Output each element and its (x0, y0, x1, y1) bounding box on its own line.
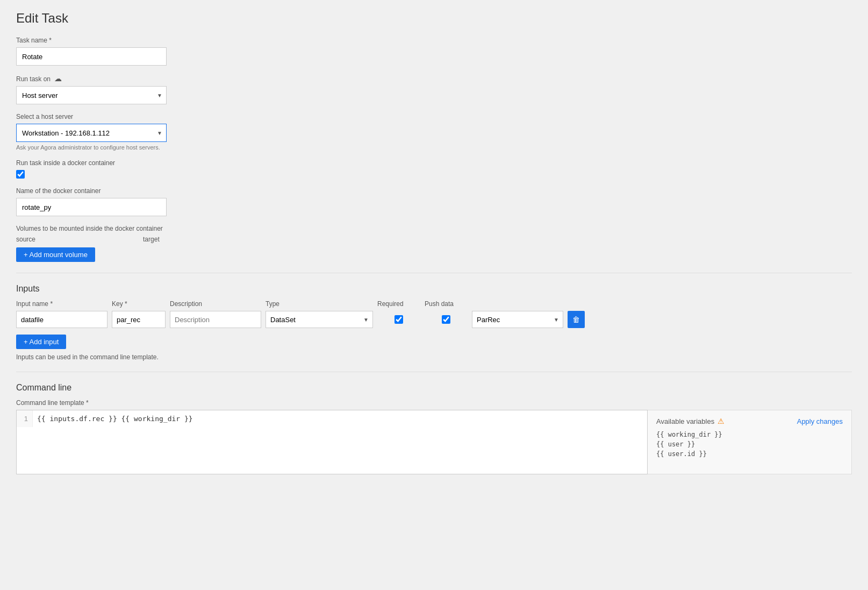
host-server-wrapper: Workstation - 192.168.1.112 ▼ (16, 124, 167, 142)
docker-checkbox-group: Run task inside a docker container (16, 159, 852, 179)
command-bottom-area: 1 {{ inputs.df.rec }} {{ working_dir }} … (16, 410, 852, 474)
header-required: Required (377, 300, 420, 308)
task-name-group: Task name * (16, 37, 852, 66)
inputs-info-text: Inputs can be used in the command line t… (16, 353, 852, 361)
page-container: Edit Task Task name * Run task on ☁ Host… (0, 0, 868, 485)
host-server-select[interactable]: Workstation - 192.168.1.112 (16, 124, 167, 142)
table-row: DataSet File String ▼ ParRec NIfTI ▼ 🗑 (16, 311, 852, 328)
run-task-on-wrapper: Host server Cloud ▼ (16, 86, 167, 104)
host-server-helper: Ask your Agora administrator to configur… (16, 144, 852, 151)
command-line-text-1: {{ inputs.df.rec }} {{ working_dir }} (33, 410, 647, 427)
volumes-section: Volumes to be mounted inside the docker … (16, 225, 852, 262)
delete-input-button[interactable]: 🗑 (568, 311, 585, 328)
input-push-data-cell (425, 315, 468, 324)
input-push-value-wrapper: ParRec NIfTI ▼ (472, 311, 563, 328)
input-required-cell (377, 315, 420, 324)
variables-title: Available variables ⚠ (656, 417, 724, 425)
volumes-source-label: source (16, 236, 35, 243)
docker-checkbox[interactable] (16, 170, 25, 179)
input-push-value-select[interactable]: ParRec NIfTI (472, 311, 563, 328)
host-server-label: Select a host server (16, 113, 852, 120)
header-push-data: Push data (425, 300, 468, 308)
add-input-button[interactable]: + Add input (16, 335, 66, 349)
docker-checkbox-wrapper (16, 170, 852, 179)
header-key: Key * (112, 300, 166, 308)
command-line-title: Command line (16, 383, 852, 393)
cloud-icon: ☁ (54, 74, 62, 83)
divider-1 (16, 273, 852, 273)
header-description: Description (170, 300, 261, 308)
variables-label: Available variables (656, 417, 714, 425)
header-input-name: Input name * (16, 300, 107, 308)
page-title: Edit Task (16, 11, 852, 26)
docker-checkbox-label: Run task inside a docker container (16, 159, 852, 167)
header-type: Type (266, 300, 373, 308)
input-type-select[interactable]: DataSet File String (266, 311, 373, 328)
volumes-label: Volumes to be mounted inside the docker … (16, 225, 852, 232)
run-task-on-group: Run task on ☁ Host server Cloud ▼ (16, 74, 852, 104)
command-line-section: Command line Command line template * 1 {… (16, 383, 852, 474)
variables-panel: Available variables ⚠ Apply changes {{ w… (648, 410, 852, 474)
input-description-field[interactable] (170, 311, 261, 328)
inputs-section-title: Inputs (16, 284, 852, 294)
task-name-input[interactable] (16, 47, 167, 66)
run-task-on-label: Run task on ☁ (16, 74, 852, 83)
command-line-template-label: Command line template * (16, 399, 852, 407)
docker-name-label: Name of the docker container (16, 187, 852, 195)
add-mount-volume-button[interactable]: + Add mount volume (16, 247, 95, 262)
variables-header: Available variables ⚠ Apply changes (656, 417, 843, 425)
apply-changes-button[interactable]: Apply changes (797, 417, 843, 425)
inputs-table-header: Input name * Key * Description Type Requ… (16, 300, 852, 308)
input-push-data-checkbox[interactable] (442, 315, 450, 324)
line-number-1: 1 (17, 410, 33, 427)
docker-name-input[interactable] (16, 198, 167, 216)
command-line-1: 1 {{ inputs.df.rec }} {{ working_dir }} (17, 410, 647, 427)
host-server-group: Select a host server Workstation - 192.1… (16, 113, 852, 151)
task-name-label: Task name * (16, 37, 852, 44)
variable-item-3: {{ user.id }} (656, 450, 843, 458)
variable-item-1: {{ working_dir }} (656, 431, 843, 438)
divider-2 (16, 372, 852, 372)
input-required-checkbox[interactable] (394, 315, 403, 324)
input-type-wrapper: DataSet File String ▼ (266, 311, 373, 328)
warning-icon: ⚠ (718, 417, 724, 425)
volumes-target-label: target (143, 236, 160, 243)
command-editor[interactable]: 1 {{ inputs.df.rec }} {{ working_dir }} (16, 410, 648, 474)
volumes-header: source target (16, 236, 852, 243)
input-key-field[interactable] (112, 311, 166, 328)
docker-name-group: Name of the docker container (16, 187, 852, 216)
variable-item-2: {{ user }} (656, 440, 843, 448)
input-name-field[interactable] (16, 311, 107, 328)
inputs-section: Inputs Input name * Key * Description Ty… (16, 284, 852, 361)
run-task-on-select[interactable]: Host server Cloud (16, 86, 167, 104)
